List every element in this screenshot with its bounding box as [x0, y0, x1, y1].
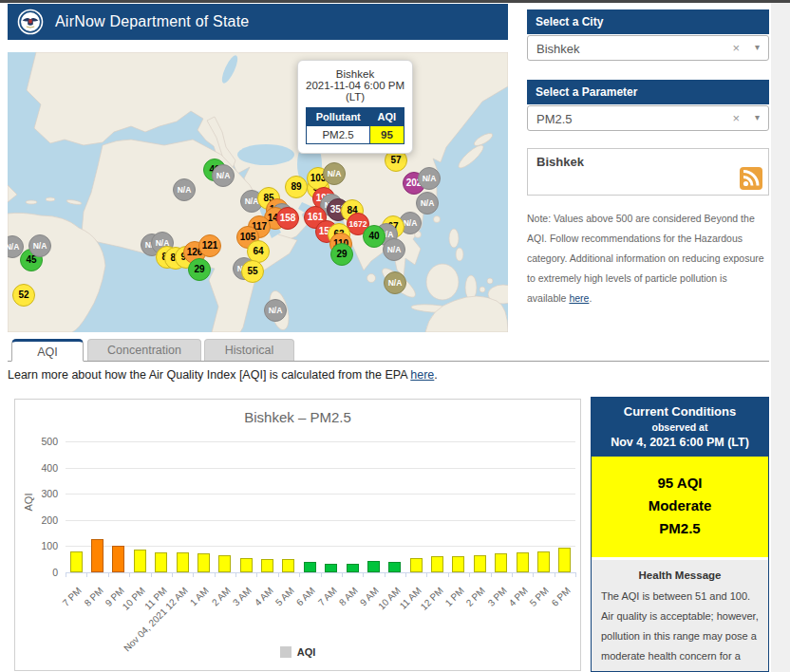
sidebar: Select a City Bishkek × ▾ Select a Param…	[527, 9, 769, 308]
aqi-bar[interactable]	[388, 562, 401, 572]
rss-feed-title: Bishkek	[536, 155, 584, 169]
x-axis-tick	[278, 572, 279, 577]
x-axis-tick	[555, 572, 555, 577]
y-tick-label: 200	[29, 514, 58, 526]
x-axis-tick	[491, 572, 492, 577]
aqi-bar[interactable]	[495, 553, 507, 572]
city-select-value: Bishkek	[536, 42, 580, 56]
chart-legend[interactable]: AQI	[15, 646, 580, 658]
gridline	[66, 468, 575, 469]
aqi-bar[interactable]	[474, 555, 486, 572]
aqi-bar[interactable]	[240, 558, 253, 572]
aqi-bar[interactable]	[325, 564, 337, 572]
aqi-bar[interactable]	[431, 556, 443, 572]
aqi-bar[interactable]	[218, 555, 231, 572]
aqi-map-marker[interactable]: N/A	[323, 162, 346, 185]
aqi-map-marker[interactable]: 29	[188, 258, 211, 281]
aqi-map-marker[interactable]: 29	[330, 243, 353, 266]
epa-link[interactable]: here	[410, 368, 434, 382]
aqi-bar[interactable]	[91, 539, 103, 572]
x-axis-tick	[575, 572, 576, 577]
app-header: AirNow Department of State	[8, 4, 508, 40]
aqi-map-marker[interactable]: N/A	[264, 299, 287, 322]
aqi-map-marker[interactable]: 121	[198, 234, 221, 257]
aqi-map-marker[interactable]: N/A	[28, 234, 51, 257]
learn-more-text: Learn more about how the Air Quality Ind…	[8, 368, 438, 382]
popup-aqi-value: 95	[370, 126, 404, 144]
aqi-bar[interactable]	[155, 552, 167, 572]
rss-icon[interactable]	[740, 167, 762, 190]
aqi-bar[interactable]	[537, 551, 550, 572]
aqi-bar[interactable]	[367, 561, 380, 572]
observed-datetime: Nov 4, 2021 6:00 PM (LT)	[595, 436, 764, 449]
aqi-bar[interactable]	[134, 550, 146, 572]
x-axis-tick	[512, 572, 513, 577]
aqi-bar[interactable]	[410, 558, 423, 572]
aqi-map-marker[interactable]: 89	[285, 176, 308, 198]
aqi-bar[interactable]	[347, 564, 359, 572]
aqi-map-marker[interactable]: N/A	[416, 192, 439, 215]
note-suffix: .	[589, 292, 592, 304]
aqi-bar[interactable]	[304, 562, 316, 572]
health-message-title: Health Message	[601, 569, 759, 581]
city-dropdown-caret-icon[interactable]: ▾	[755, 42, 760, 52]
popup-col-aqi: AQI	[370, 108, 404, 126]
x-axis-tick	[172, 572, 173, 577]
aqi-bar[interactable]	[112, 546, 124, 572]
department-of-state-seal-icon	[17, 9, 44, 35]
aqi-map-marker[interactable]: 55	[241, 260, 264, 283]
tab-concentration[interactable]: Concentration	[87, 339, 201, 362]
legend-swatch-icon	[280, 646, 292, 658]
gridline	[66, 494, 575, 495]
x-axis-tick	[426, 572, 427, 577]
city-select-header: Select a City	[527, 9, 769, 34]
parameter-clear-icon[interactable]: ×	[732, 111, 740, 125]
tab-historical[interactable]: Historical	[204, 339, 294, 362]
x-axis-tick	[193, 572, 194, 577]
aqi-map-marker[interactable]: N/A	[418, 167, 441, 190]
city-clear-icon[interactable]: ×	[732, 41, 740, 55]
aqi-value: 95 AQI	[595, 472, 764, 495]
parameter-select-value: PM2.5	[536, 112, 573, 126]
aqi-map-marker[interactable]: N/A	[173, 178, 196, 201]
aqi-map-marker[interactable]: N/A	[212, 164, 235, 187]
aqi-bar[interactable]	[70, 551, 83, 572]
aqi-bar[interactable]	[517, 552, 529, 572]
beyond-aqi-note: Note: Values above 500 are considered Be…	[527, 209, 769, 308]
parameter-dropdown-caret-icon[interactable]: ▾	[755, 112, 760, 122]
aqi-marker-layer: 5245N/AN/A40N/AN/AN/A858990103195N/A3518…	[8, 52, 508, 332]
x-axis-tick	[533, 572, 534, 577]
x-axis-tick	[385, 572, 386, 577]
aqi-pollutant: PM2.5	[595, 517, 764, 540]
world-aqi-map[interactable]: 5245N/AN/A40N/AN/AN/A858990103195N/A3518…	[8, 52, 508, 332]
aqi-summary-block: 95 AQI Moderate PM2.5	[592, 457, 768, 560]
aqi-bar[interactable]	[261, 559, 273, 572]
popup-col-pollutant: Pollutant	[307, 108, 370, 126]
legend-label: AQI	[297, 646, 316, 658]
app-title: AirNow Department of State	[55, 13, 249, 30]
x-axis-tick	[235, 572, 236, 577]
chart-title: Bishkek – PM2.5	[15, 409, 580, 425]
aqi-map-marker[interactable]: N/A	[383, 238, 405, 261]
city-select[interactable]: Bishkek × ▾	[527, 35, 769, 61]
note-here-link[interactable]: here	[569, 292, 589, 304]
parameter-select[interactable]: PM2.5 × ▾	[527, 105, 769, 131]
aqi-map-marker[interactable]: 40	[363, 225, 386, 248]
aqi-bar[interactable]	[198, 553, 210, 572]
x-axis-tick	[469, 572, 470, 577]
aqi-bar[interactable]	[177, 552, 189, 572]
x-axis-tick	[215, 572, 216, 577]
aqi-map-marker[interactable]: N/A	[384, 271, 406, 294]
aqi-map-marker[interactable]: 52	[12, 284, 35, 307]
aqi-bar[interactable]	[282, 559, 294, 572]
learn-more-prefix: Learn more about how the Air Quality Ind…	[8, 368, 410, 382]
x-axis-tick	[448, 572, 449, 577]
scrollbar-track[interactable]	[771, 3, 790, 672]
view-tabs: AQI Concentration Historical	[8, 339, 769, 363]
tab-aqi[interactable]: AQI	[11, 339, 84, 362]
aqi-bar[interactable]	[452, 556, 464, 572]
y-tick-label: 300	[29, 488, 58, 499]
aqi-map-marker[interactable]: 158	[276, 207, 299, 230]
parameter-select-header: Select a Parameter	[527, 80, 769, 104]
aqi-bar[interactable]	[558, 548, 571, 572]
